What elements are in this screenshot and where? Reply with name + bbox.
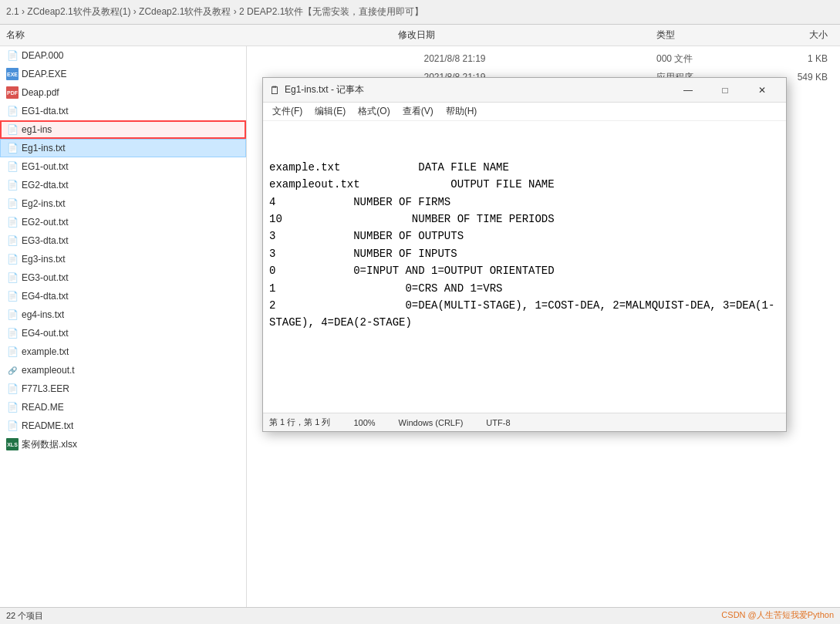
file-name: EG2-out.txt [22, 217, 69, 228]
list-item[interactable]: 📄EG4-dta.txt [0, 287, 246, 305]
doc-icon: 📄 [6, 272, 19, 284]
doc-icon: 📄 [6, 327, 19, 339]
doc-icon: 📄 [6, 346, 19, 358]
file-name: EG4-out.txt [22, 328, 69, 339]
file-name: DEAP.000 [22, 50, 64, 61]
file-name: READ.ME [22, 402, 64, 413]
list-item[interactable]: 📄EG1-out.txt [0, 157, 246, 176]
list-item[interactable]: 📄EG1-dta.txt [0, 102, 246, 120]
doc-icon: 📄 [6, 160, 19, 173]
list-item[interactable]: 📄Eg3-ins.txt [0, 250, 246, 268]
list-item[interactable]: 📄eg4-ins.txt [0, 305, 246, 324]
col-type[interactable]: 类型 [656, 29, 772, 42]
encoding: UTF-8 [486, 418, 510, 427]
doc-icon: 📄 [6, 234, 19, 247]
content-line: exampleout.txt OUTPUT FILE NAME [269, 176, 780, 193]
list-item[interactable]: 📄DEAP.000 [0, 46, 246, 65]
link-icon: 🔗 [6, 364, 19, 376]
line-ending: Windows (CRLF) [399, 418, 464, 427]
file-name: EG3-out.txt [22, 272, 69, 283]
content-line: 0 0=INPUT AND 1=OUTPUT ORIENTATED [269, 262, 780, 279]
pdf-icon: PDF [6, 86, 19, 99]
list-item[interactable]: 📄README.txt [0, 417, 246, 435]
doc-icon: 📄 [6, 142, 19, 154]
list-item[interactable]: 📄eg1-ins [0, 120, 246, 139]
file-name: README.txt [22, 420, 73, 431]
doc-icon: 📄 [6, 105, 19, 117]
file-name: Deap.pdf [22, 87, 59, 98]
breadcrumb-text: 2.1 › ZCdeap2.1软件及教程(1) › ZCdeap2.1软件及教程… [6, 5, 423, 19]
doc-icon: 📄 [6, 401, 19, 413]
list-item[interactable]: 📄EG3-out.txt [0, 268, 246, 287]
list-item[interactable]: 📄EG3-dta.txt [0, 231, 246, 250]
list-item[interactable]: EXEDEAP.EXE [0, 65, 246, 83]
notepad-window: 🗒 Eg1-ins.txt - 记事本 — □ ✕ 文件(F) 编辑(E) 格式… [262, 77, 787, 432]
xls-icon: XLS [6, 438, 19, 450]
file-name: EG1-dta.txt [22, 106, 69, 116]
content-line: 3 NUMBER OF INPUTS [269, 245, 780, 262]
list-item[interactable]: 🔗exampleout.t [0, 361, 246, 379]
list-item[interactable]: 📄Eg2-ins.txt [0, 194, 246, 213]
notepad-statusbar: 第 1 行，第 1 列 100% Windows (CRLF) UTF-8 [263, 413, 786, 431]
notepad-icon: 🗒 [269, 84, 280, 96]
list-item[interactable]: 📄EG4-out.txt [0, 324, 246, 342]
doc-icon: 📄 [6, 290, 19, 302]
notepad-content[interactable]: example.txt DATA FILE NAMEexampleout.txt… [263, 121, 786, 413]
file-name: EG3-dta.txt [22, 235, 69, 246]
close-button[interactable]: ✕ [744, 78, 780, 103]
file-name: eg1-ins [22, 124, 52, 135]
content-line: 1 0=CRS AND 1=VRS [269, 280, 780, 297]
list-item[interactable]: XLS案例数据.xlsx [0, 435, 246, 454]
list-item[interactable]: 📄F77L3.EER [0, 379, 246, 398]
doc-icon: 📄 [6, 197, 19, 210]
content-line: example.txt DATA FILE NAME [269, 159, 780, 176]
file-name: EG1-out.txt [22, 161, 69, 172]
content-line: 2 0=DEA(MULTI-STAGE), 1=COST-DEA, 2=MALM… [269, 297, 780, 332]
menu-help[interactable]: 帮助(H) [440, 103, 484, 120]
doc-icon: 📄 [6, 49, 19, 62]
file-name: DEAP.EXE [22, 69, 66, 79]
cursor-position: 第 1 行，第 1 列 [269, 417, 330, 428]
doc-icon: 📄 [6, 216, 19, 228]
file-name: exampleout.t [22, 365, 75, 376]
zoom-level: 100% [353, 418, 375, 427]
file-name: example.txt [22, 346, 69, 357]
list-item[interactable]: 📄EG2-out.txt [0, 213, 246, 231]
status-text: 22 个项目 [6, 610, 43, 622]
column-headers: 名称 修改日期 类型 大小 [0, 25, 840, 46]
content-line: 3 NUMBER OF OUTPUTS [269, 228, 780, 245]
doc-icon: 📄 [6, 179, 19, 191]
file-name: Eg2-ins.txt [22, 198, 66, 209]
list-item[interactable]: 📄Eg1-ins.txt [0, 139, 246, 157]
col-modified[interactable]: 修改日期 [176, 29, 656, 42]
file-name: F77L3.EER [22, 383, 69, 394]
notepad-title: Eg1-ins.txt - 记事本 [285, 83, 670, 96]
file-name: 案例数据.xlsx [22, 438, 77, 451]
file-name: EG4-dta.txt [22, 291, 69, 302]
doc-icon: 📄 [6, 420, 19, 432]
list-item[interactable]: 📄example.txt [0, 342, 246, 361]
file-name: eg4-ins.txt [22, 309, 64, 320]
doc-icon: 📄 [6, 383, 19, 395]
doc-icon: 📄 [6, 123, 19, 136]
col-size[interactable]: 大小 [772, 29, 834, 42]
list-item[interactable]: 📄READ.ME [0, 398, 246, 417]
file-name: EG2-dta.txt [22, 180, 69, 191]
watermark: CSDN @人生苦短我爱Python [721, 609, 834, 621]
col-name[interactable]: 名称 [6, 29, 176, 42]
breadcrumb: 2.1 › ZCdeap2.1软件及教程(1) › ZCdeap2.1软件及教程… [0, 0, 840, 25]
maximize-button[interactable]: □ [707, 78, 743, 103]
menu-edit[interactable]: 编辑(E) [309, 103, 352, 120]
notepad-titlebar[interactable]: 🗒 Eg1-ins.txt - 记事本 — □ ✕ [263, 78, 786, 103]
content-line: 4 NUMBER OF FIRMS [269, 194, 780, 211]
doc-icon: 📄 [6, 253, 19, 265]
menu-file[interactable]: 文件(F) [266, 103, 309, 120]
notepad-controls: — □ ✕ [670, 78, 780, 103]
minimize-button[interactable]: — [670, 78, 706, 103]
exe-icon: EXE [6, 68, 19, 80]
list-item[interactable]: PDFDeap.pdf [0, 83, 246, 102]
list-item[interactable]: 📄EG2-dta.txt [0, 176, 246, 194]
menu-format[interactable]: 格式(O) [352, 103, 396, 120]
file-list: 📄DEAP.000EXEDEAP.EXEPDFDeap.pdf📄EG1-dta.… [0, 46, 247, 607]
menu-view[interactable]: 查看(V) [396, 103, 440, 120]
